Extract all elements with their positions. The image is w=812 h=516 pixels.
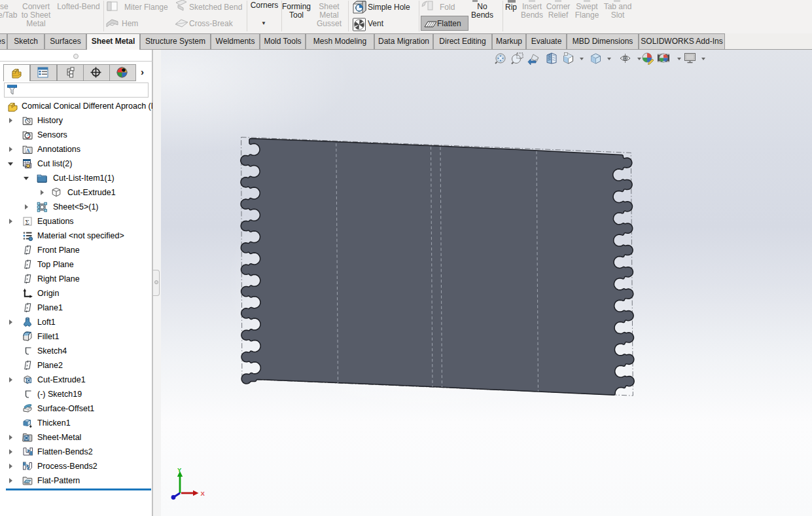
svg-text:X: X <box>201 490 205 497</box>
svg-text:A: A <box>26 147 30 154</box>
svg-text:Σ: Σ <box>26 218 29 226</box>
